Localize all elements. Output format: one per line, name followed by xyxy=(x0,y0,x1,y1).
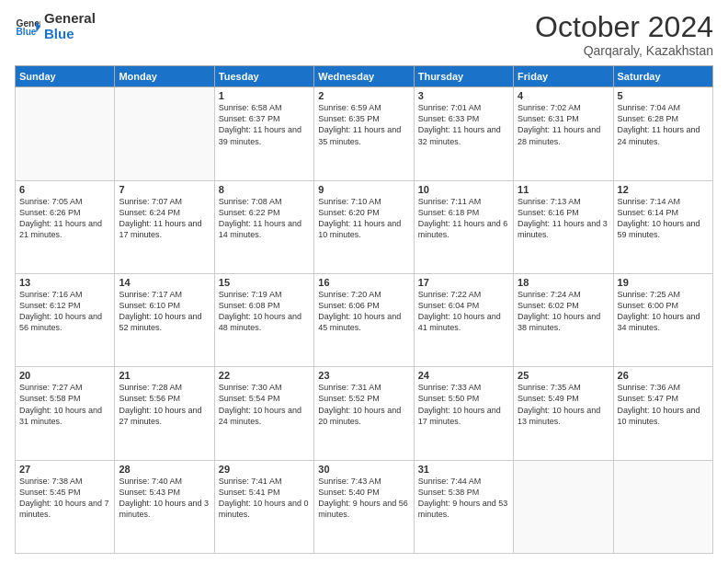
calendar-cell: 17Sunrise: 7:22 AM Sunset: 6:04 PM Dayli… xyxy=(414,273,513,366)
day-info: Sunrise: 6:59 AM Sunset: 6:35 PM Dayligh… xyxy=(318,102,409,147)
day-info: Sunrise: 7:10 AM Sunset: 6:20 PM Dayligh… xyxy=(318,196,409,241)
calendar-cell: 27Sunrise: 7:38 AM Sunset: 5:45 PM Dayli… xyxy=(16,460,115,553)
calendar-cell: 4Sunrise: 7:02 AM Sunset: 6:31 PM Daylig… xyxy=(514,87,613,180)
calendar-cell: 6Sunrise: 7:05 AM Sunset: 6:26 PM Daylig… xyxy=(16,180,115,273)
day-number: 3 xyxy=(418,90,509,101)
day-number: 12 xyxy=(618,184,709,195)
calendar-row: 6Sunrise: 7:05 AM Sunset: 6:26 PM Daylig… xyxy=(16,180,713,273)
day-number: 8 xyxy=(219,184,310,195)
location-subtitle: Qarqaraly, Kazakhstan xyxy=(535,43,713,58)
calendar-row: 13Sunrise: 7:16 AM Sunset: 6:12 PM Dayli… xyxy=(16,273,713,366)
day-number: 13 xyxy=(19,277,110,288)
day-info: Sunrise: 7:38 AM Sunset: 5:45 PM Dayligh… xyxy=(19,476,110,521)
calendar-cell: 12Sunrise: 7:14 AM Sunset: 6:14 PM Dayli… xyxy=(613,180,712,273)
weekday-header: Monday xyxy=(115,66,214,87)
calendar-cell xyxy=(514,460,613,553)
day-number: 20 xyxy=(19,370,110,381)
day-number: 1 xyxy=(219,90,310,101)
day-number: 26 xyxy=(618,370,709,381)
calendar-cell: 14Sunrise: 7:17 AM Sunset: 6:10 PM Dayli… xyxy=(115,273,214,366)
day-number: 18 xyxy=(518,277,609,288)
calendar-cell: 13Sunrise: 7:16 AM Sunset: 6:12 PM Dayli… xyxy=(16,273,115,366)
day-number: 28 xyxy=(119,464,210,475)
calendar-cell xyxy=(613,460,712,553)
day-info: Sunrise: 7:30 AM Sunset: 5:54 PM Dayligh… xyxy=(219,382,310,427)
weekday-header: Saturday xyxy=(613,66,712,87)
day-number: 24 xyxy=(418,370,509,381)
day-info: Sunrise: 7:05 AM Sunset: 6:26 PM Dayligh… xyxy=(19,196,110,241)
calendar-cell: 1Sunrise: 6:58 AM Sunset: 6:37 PM Daylig… xyxy=(214,87,313,180)
day-info: Sunrise: 7:07 AM Sunset: 6:24 PM Dayligh… xyxy=(119,196,210,241)
calendar-cell: 28Sunrise: 7:40 AM Sunset: 5:43 PM Dayli… xyxy=(115,460,214,553)
calendar-cell xyxy=(115,87,214,180)
weekday-header: Tuesday xyxy=(214,66,313,87)
day-info: Sunrise: 7:16 AM Sunset: 6:12 PM Dayligh… xyxy=(19,289,110,334)
day-number: 22 xyxy=(219,370,310,381)
day-info: Sunrise: 7:31 AM Sunset: 5:52 PM Dayligh… xyxy=(318,382,409,427)
day-info: Sunrise: 7:33 AM Sunset: 5:50 PM Dayligh… xyxy=(418,382,509,427)
day-info: Sunrise: 7:27 AM Sunset: 5:58 PM Dayligh… xyxy=(19,382,110,427)
day-info: Sunrise: 7:35 AM Sunset: 5:49 PM Dayligh… xyxy=(518,382,609,427)
day-info: Sunrise: 7:17 AM Sunset: 6:10 PM Dayligh… xyxy=(119,289,210,334)
day-info: Sunrise: 7:08 AM Sunset: 6:22 PM Dayligh… xyxy=(219,196,310,241)
day-info: Sunrise: 7:01 AM Sunset: 6:33 PM Dayligh… xyxy=(418,102,509,147)
day-info: Sunrise: 7:20 AM Sunset: 6:06 PM Dayligh… xyxy=(318,289,409,334)
day-number: 25 xyxy=(518,370,609,381)
calendar-cell: 24Sunrise: 7:33 AM Sunset: 5:50 PM Dayli… xyxy=(414,367,513,460)
day-info: Sunrise: 7:40 AM Sunset: 5:43 PM Dayligh… xyxy=(119,476,210,521)
day-info: Sunrise: 6:58 AM Sunset: 6:37 PM Dayligh… xyxy=(219,102,310,147)
header: General Blue General Blue October 2024 Q… xyxy=(15,11,713,58)
month-title: October 2024 xyxy=(535,11,713,43)
calendar-cell xyxy=(16,87,115,180)
calendar-cell: 3Sunrise: 7:01 AM Sunset: 6:33 PM Daylig… xyxy=(414,87,513,180)
day-info: Sunrise: 7:44 AM Sunset: 5:38 PM Dayligh… xyxy=(418,476,509,521)
logo-blue: Blue xyxy=(44,27,96,42)
day-info: Sunrise: 7:25 AM Sunset: 6:00 PM Dayligh… xyxy=(618,289,709,334)
calendar-cell: 26Sunrise: 7:36 AM Sunset: 5:47 PM Dayli… xyxy=(613,367,712,460)
calendar-header-row: SundayMondayTuesdayWednesdayThursdayFrid… xyxy=(16,66,713,87)
day-number: 4 xyxy=(518,90,609,101)
title-block: October 2024 Qarqaraly, Kazakhstan xyxy=(535,11,713,58)
calendar-cell: 30Sunrise: 7:43 AM Sunset: 5:40 PM Dayli… xyxy=(314,460,414,553)
weekday-header: Wednesday xyxy=(314,66,414,87)
day-number: 10 xyxy=(418,184,509,195)
calendar-cell: 15Sunrise: 7:19 AM Sunset: 6:08 PM Dayli… xyxy=(214,273,313,366)
day-info: Sunrise: 7:28 AM Sunset: 5:56 PM Dayligh… xyxy=(119,382,210,427)
calendar-cell: 7Sunrise: 7:07 AM Sunset: 6:24 PM Daylig… xyxy=(115,180,214,273)
calendar-cell: 16Sunrise: 7:20 AM Sunset: 6:06 PM Dayli… xyxy=(314,273,414,366)
day-number: 21 xyxy=(119,370,210,381)
calendar-cell: 9Sunrise: 7:10 AM Sunset: 6:20 PM Daylig… xyxy=(314,180,414,273)
calendar-body: 1Sunrise: 6:58 AM Sunset: 6:37 PM Daylig… xyxy=(16,87,713,554)
day-number: 30 xyxy=(318,464,409,475)
day-info: Sunrise: 7:22 AM Sunset: 6:04 PM Dayligh… xyxy=(418,289,509,334)
day-number: 23 xyxy=(318,370,409,381)
calendar-cell: 18Sunrise: 7:24 AM Sunset: 6:02 PM Dayli… xyxy=(514,273,613,366)
day-info: Sunrise: 7:36 AM Sunset: 5:47 PM Dayligh… xyxy=(618,382,709,427)
day-info: Sunrise: 7:43 AM Sunset: 5:40 PM Dayligh… xyxy=(318,476,409,521)
day-number: 9 xyxy=(318,184,409,195)
calendar-cell: 22Sunrise: 7:30 AM Sunset: 5:54 PM Dayli… xyxy=(214,367,313,460)
day-info: Sunrise: 7:14 AM Sunset: 6:14 PM Dayligh… xyxy=(618,196,709,241)
calendar-cell: 20Sunrise: 7:27 AM Sunset: 5:58 PM Dayli… xyxy=(16,367,115,460)
calendar-row: 20Sunrise: 7:27 AM Sunset: 5:58 PM Dayli… xyxy=(16,367,713,460)
day-info: Sunrise: 7:41 AM Sunset: 5:41 PM Dayligh… xyxy=(219,476,310,521)
day-number: 6 xyxy=(19,184,110,195)
calendar-cell: 19Sunrise: 7:25 AM Sunset: 6:00 PM Dayli… xyxy=(613,273,712,366)
day-number: 27 xyxy=(19,464,110,475)
day-number: 2 xyxy=(318,90,409,101)
calendar-table: SundayMondayTuesdayWednesdayThursdayFrid… xyxy=(15,65,713,554)
day-info: Sunrise: 7:24 AM Sunset: 6:02 PM Dayligh… xyxy=(518,289,609,334)
calendar-cell: 23Sunrise: 7:31 AM Sunset: 5:52 PM Dayli… xyxy=(314,367,414,460)
day-info: Sunrise: 7:13 AM Sunset: 6:16 PM Dayligh… xyxy=(518,196,609,241)
day-number: 7 xyxy=(119,184,210,195)
day-info: Sunrise: 7:02 AM Sunset: 6:31 PM Dayligh… xyxy=(518,102,609,147)
day-number: 5 xyxy=(618,90,709,101)
calendar-cell: 31Sunrise: 7:44 AM Sunset: 5:38 PM Dayli… xyxy=(414,460,513,553)
day-info: Sunrise: 7:04 AM Sunset: 6:28 PM Dayligh… xyxy=(618,102,709,147)
weekday-header: Friday xyxy=(514,66,613,87)
calendar-row: 27Sunrise: 7:38 AM Sunset: 5:45 PM Dayli… xyxy=(16,460,713,553)
logo-icon: General Blue xyxy=(15,14,40,40)
day-number: 29 xyxy=(219,464,310,475)
day-number: 11 xyxy=(518,184,609,195)
calendar-cell: 21Sunrise: 7:28 AM Sunset: 5:56 PM Dayli… xyxy=(115,367,214,460)
